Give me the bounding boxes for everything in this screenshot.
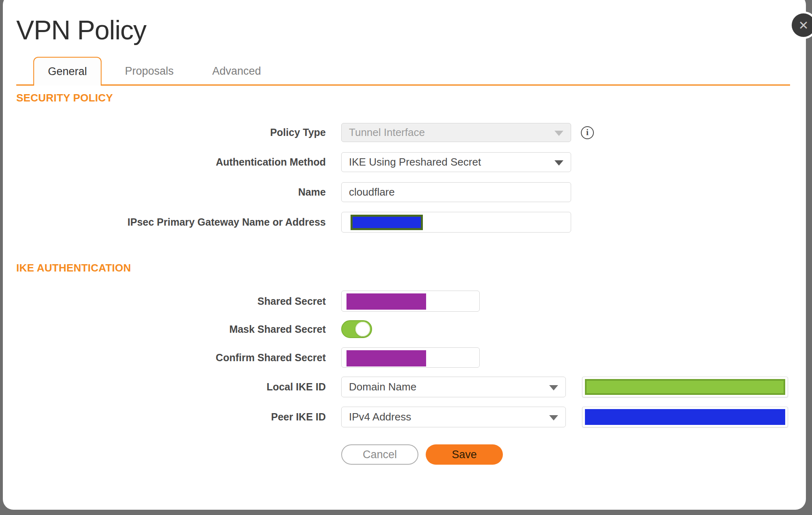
cancel-button[interactable]: Cancel	[341, 444, 418, 465]
security-policy-heading: SECURITY POLICY	[16, 92, 113, 104]
local-ike-id-value-input[interactable]	[582, 377, 788, 397]
peer-ike-id-label: Peer IKE ID	[271, 407, 326, 427]
policy-type-label: Policy Type	[270, 123, 326, 142]
peer-ike-id-row: Peer IKE ID IPv4 Address	[0, 407, 812, 427]
chevron-down-icon	[554, 131, 563, 136]
shared-secret-row: Shared Secret	[0, 291, 812, 312]
policy-type-dropdown: Tunnel Interface	[341, 123, 571, 142]
peer-ike-id-value-input[interactable]	[582, 407, 788, 427]
chevron-down-icon	[554, 160, 563, 166]
shared-secret-input[interactable]	[341, 291, 480, 312]
confirm-shared-secret-input[interactable]	[341, 347, 480, 368]
shared-secret-redaction	[346, 293, 426, 310]
info-icon[interactable]: i	[581, 126, 594, 139]
tab-advanced-label: Advanced	[212, 65, 261, 78]
local-ike-id-row: Local IKE ID Domain Name	[0, 377, 812, 397]
gateway-redaction	[351, 215, 423, 230]
gateway-label: IPsec Primary Gateway Name or Address	[128, 212, 326, 233]
local-ike-id-type-dropdown[interactable]: Domain Name	[341, 377, 566, 397]
ike-authentication-heading: IKE AUTHENTICATION	[16, 262, 131, 274]
close-button[interactable]: ✕	[792, 13, 812, 37]
confirm-shared-secret-label: Confirm Shared Secret	[216, 347, 326, 368]
save-button[interactable]: Save	[426, 444, 503, 465]
confirm-shared-secret-row: Confirm Shared Secret	[0, 347, 812, 368]
peer-ike-id-type-dropdown[interactable]: IPv4 Address	[341, 407, 566, 427]
shared-secret-label: Shared Secret	[258, 291, 326, 312]
policy-type-row: Policy Type Tunnel Interface i	[0, 123, 812, 142]
toggle-knob	[355, 322, 370, 336]
page-title: VPN Policy	[16, 15, 146, 45]
tab-advanced[interactable]: Advanced	[209, 57, 264, 85]
tab-proposals[interactable]: Proposals	[122, 57, 177, 85]
peer-ike-id-redaction	[585, 409, 785, 425]
gateway-row: IPsec Primary Gateway Name or Address	[0, 212, 812, 233]
name-label: Name	[298, 182, 326, 202]
tab-general[interactable]: General	[33, 57, 102, 86]
chevron-down-icon	[549, 385, 558, 390]
confirm-shared-secret-redaction	[346, 350, 426, 366]
local-ike-id-redaction	[585, 379, 785, 395]
mask-shared-secret-label: Mask Shared Secret	[229, 320, 326, 338]
name-input[interactable]	[341, 182, 571, 202]
gateway-input[interactable]	[341, 212, 571, 233]
peer-ike-id-type-value: IPv4 Address	[349, 411, 411, 423]
close-icon: ✕	[798, 18, 808, 32]
local-ike-id-label: Local IKE ID	[266, 377, 326, 397]
dialog-actions: Cancel Save	[0, 444, 812, 465]
authentication-method-row: Authentication Method IKE Using Preshare…	[0, 152, 812, 172]
authentication-method-label: Authentication Method	[216, 152, 326, 172]
authentication-method-value: IKE Using Preshared Secret	[349, 156, 481, 168]
chevron-down-icon	[549, 415, 558, 420]
name-row: Name	[0, 182, 812, 202]
mask-shared-secret-row: Mask Shared Secret	[0, 320, 812, 338]
tab-proposals-label: Proposals	[125, 65, 173, 78]
local-ike-id-type-value: Domain Name	[349, 381, 416, 393]
mask-shared-secret-toggle[interactable]	[341, 320, 372, 338]
policy-type-value: Tunnel Interface	[349, 126, 425, 139]
tab-general-label: General	[48, 65, 87, 78]
authentication-method-dropdown[interactable]: IKE Using Preshared Secret	[341, 152, 571, 172]
